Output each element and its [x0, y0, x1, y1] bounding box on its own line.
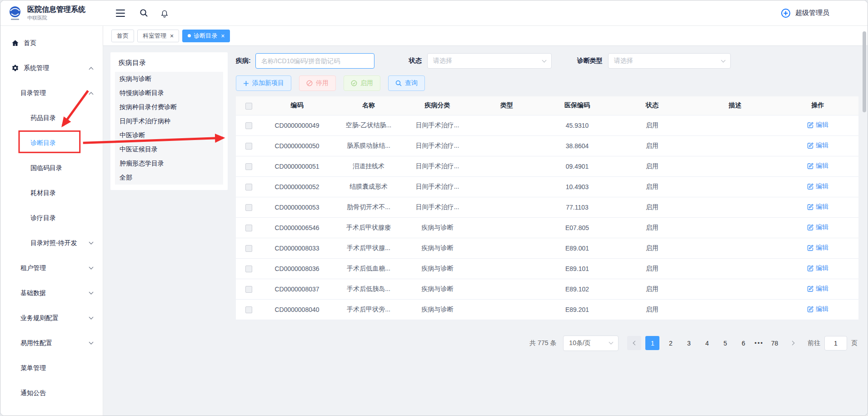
- cell-action: 编辑: [777, 176, 858, 197]
- sidebar-item-label: 租户管理: [20, 264, 46, 272]
- row-checkbox[interactable]: [245, 143, 252, 150]
- notifications-button[interactable]: [160, 9, 169, 18]
- edit-button[interactable]: 编辑: [807, 162, 828, 170]
- disable-button[interactable]: 停用: [299, 75, 336, 91]
- user-name: 超级管理员: [795, 9, 829, 17]
- catalog-item-day-surgery[interactable]: 日间手术治疗病种: [115, 114, 223, 128]
- enable-button[interactable]: 启用: [344, 75, 380, 91]
- sidebar-item-catalog-mapping[interactable]: 目录对照-待开发: [0, 231, 103, 256]
- edit-button[interactable]: 编辑: [807, 182, 828, 190]
- edit-button[interactable]: 编辑: [807, 244, 828, 252]
- prev-page-button[interactable]: [627, 336, 641, 350]
- sidebar-item-business-rules[interactable]: 业务规则配置: [0, 306, 103, 331]
- row-checkbox[interactable]: [245, 245, 252, 252]
- page-button-5[interactable]: 5: [718, 336, 732, 350]
- query-button[interactable]: 查询: [388, 75, 425, 91]
- catalog-item-pay-by-disease[interactable]: 按病种目录付费诊断: [115, 100, 223, 114]
- cell-status: 启用: [611, 176, 693, 197]
- cell-category: 日间手术治疗...: [404, 176, 470, 197]
- cell-category: 疾病与诊断: [404, 258, 470, 279]
- cell-code: CD0000000051: [261, 156, 333, 176]
- row-checkbox[interactable]: [245, 184, 252, 190]
- catalog-item-tumor-morphology[interactable]: 肿瘤形态学目录: [115, 156, 223, 170]
- row-checkbox[interactable]: [245, 286, 252, 293]
- cell-action: 编辑: [777, 115, 858, 135]
- sidebar-item-consumables-catalog[interactable]: 耗材目录: [0, 180, 103, 205]
- sidebar-item-label: 基础数据: [20, 289, 46, 297]
- sidebar-item-system-management[interactable]: 系统管理: [0, 55, 103, 80]
- row-checkbox[interactable]: [245, 266, 252, 272]
- cell-status: 启用: [611, 197, 693, 217]
- status-select[interactable]: 请选择: [427, 53, 552, 69]
- cell-name: 手术后低胰岛...: [333, 279, 404, 299]
- next-page-button[interactable]: [786, 336, 800, 350]
- cell-category: 疾病与诊断: [404, 217, 470, 238]
- disease-search-input[interactable]: [255, 53, 374, 69]
- tab-diagnosis-catalog[interactable]: 诊断目录 ×: [182, 30, 230, 42]
- sidebar-item-menu-management[interactable]: 菜单管理: [0, 356, 103, 381]
- page-button-4[interactable]: 4: [700, 336, 714, 350]
- catalog-item-chronic-disease[interactable]: 特慢病诊断目录: [115, 86, 223, 100]
- page-button-78[interactable]: 78: [768, 336, 782, 350]
- row-checkbox[interactable]: [245, 163, 252, 170]
- app-logo-icon: [7, 5, 23, 21]
- pagination: 共 775 条 10条/页 1 2 3 4 5 6 ••• 78: [236, 336, 858, 351]
- page-button-6[interactable]: 6: [736, 336, 750, 350]
- sidebar-item-usability-config[interactable]: 易用性配置: [0, 331, 103, 356]
- catalog-item-disease-and-diagnosis[interactable]: 疾病与诊断: [115, 72, 223, 86]
- diagnosis-type-select[interactable]: 请选择: [608, 53, 731, 69]
- sidebar-item-drug-catalog[interactable]: 药品目录: [0, 105, 103, 130]
- sidebar-item-notice[interactable]: 通知公告: [0, 381, 103, 406]
- edit-button[interactable]: 编辑: [807, 264, 828, 272]
- sidebar-item-national-code-catalog[interactable]: 国临码目录: [0, 155, 103, 180]
- sidebar-item-tenant-management[interactable]: 租户管理: [0, 256, 103, 281]
- tab-home[interactable]: 首页: [111, 30, 134, 42]
- page-size-select[interactable]: 10条/页: [563, 336, 619, 351]
- sidebar-item-label: 易用性配置: [20, 339, 52, 347]
- pages-ellipsis[interactable]: •••: [754, 340, 763, 346]
- goto-page-input[interactable]: [824, 336, 847, 351]
- edit-label: 编辑: [816, 121, 828, 129]
- row-checkbox[interactable]: [245, 122, 252, 129]
- page-button-1[interactable]: 1: [645, 336, 659, 350]
- row-checkbox[interactable]: [245, 306, 252, 313]
- close-icon[interactable]: ×: [170, 33, 174, 39]
- sidebar-item-basic-data[interactable]: 基础数据: [0, 281, 103, 306]
- edit-button[interactable]: 编辑: [807, 223, 828, 231]
- catalog-panel-title: 疾病目录: [115, 57, 223, 72]
- sidebar-item-home[interactable]: 首页: [0, 30, 103, 55]
- sidebar-item-catalog-management[interactable]: 目录管理: [0, 80, 103, 105]
- table-row: CD0000000051 泪道挂线术 日间手术治疗... 09.4901 启用 …: [236, 156, 858, 176]
- edit-button[interactable]: 编辑: [807, 305, 828, 313]
- edit-button[interactable]: 编辑: [807, 285, 828, 293]
- edit-button[interactable]: 编辑: [807, 141, 828, 150]
- page-button-2[interactable]: 2: [663, 336, 678, 350]
- sidebar-item-diagnosis-catalog[interactable]: 诊断目录: [0, 130, 103, 155]
- diagnosis-type-filter-label: 诊断类型: [577, 57, 603, 65]
- edit-button[interactable]: 编辑: [807, 203, 828, 211]
- cell-code: CD0000008033: [261, 238, 333, 258]
- catalog-item-tcm-syndrome[interactable]: 中医证候目录: [115, 142, 223, 156]
- table-row: CD0000006546 手术后甲状腺瘘 疾病与诊断 E07.805 启用 编辑: [236, 217, 858, 238]
- close-icon[interactable]: ×: [221, 33, 224, 39]
- page-button-3[interactable]: 3: [682, 336, 696, 350]
- select-all-checkbox[interactable]: [245, 103, 252, 110]
- global-search-button[interactable]: [140, 9, 148, 17]
- cell-type: [470, 115, 543, 135]
- edit-label: 编辑: [816, 162, 828, 170]
- cell-type: [470, 238, 543, 258]
- tab-department-management[interactable]: 科室管理 ×: [137, 30, 179, 42]
- catalog-item-all[interactable]: 全部: [115, 170, 223, 185]
- edit-button[interactable]: 编辑: [807, 121, 828, 129]
- vertical-scrollbar[interactable]: [863, 31, 866, 112]
- user-menu[interactable]: 超级管理员: [780, 8, 868, 19]
- sidebar-item-treatment-catalog[interactable]: 诊疗目录: [0, 205, 103, 231]
- app-window: 医院信息管理系统 中联医院 超级管理员: [0, 0, 868, 416]
- collapse-menu-button[interactable]: [116, 9, 125, 17]
- add-item-button[interactable]: 添加新项目: [236, 75, 291, 91]
- row-checkbox[interactable]: [245, 204, 252, 211]
- table-row: CD0000008037 手术后低胰岛... 疾病与诊断 E89.102 启用 …: [236, 279, 858, 299]
- catalog-item-tcm-diagnosis[interactable]: 中医诊断: [115, 128, 223, 142]
- cell-select: [236, 115, 261, 135]
- row-checkbox[interactable]: [245, 225, 252, 231]
